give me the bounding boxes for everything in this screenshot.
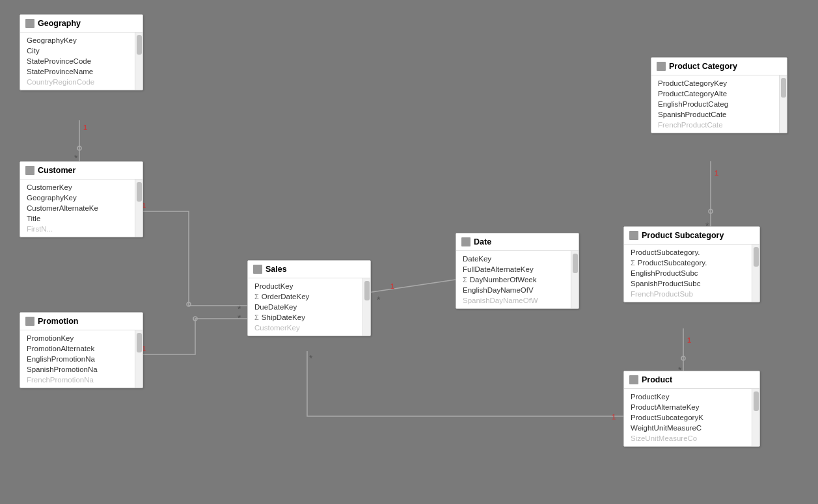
geography-header: Geography <box>20 15 143 33</box>
table-icon <box>629 375 638 384</box>
promotion-title: Promotion <box>38 317 79 326</box>
sales-header: Sales <box>248 261 370 278</box>
svg-line-10 <box>368 280 456 293</box>
geography-table: Geography GeographyKey City StateProvinc… <box>20 14 143 90</box>
table-row: EnglishPromotionNa <box>20 354 133 364</box>
svg-point-20 <box>681 356 685 360</box>
product-title: Product <box>642 375 672 384</box>
table-row: ProductKey <box>248 281 361 291</box>
table-row: GeographyKey <box>20 192 133 203</box>
sales-body: ProductKey ΣOrderDateKey DueDateKey ΣShi… <box>248 278 370 336</box>
table-row: CustomerKey <box>20 182 133 192</box>
table-row: SpanishProductCate <box>651 109 778 120</box>
product-category-header: Product Category <box>651 58 787 75</box>
table-row: StateProvinceCode <box>20 56 133 66</box>
table-row: FrenchProductSub <box>624 289 750 299</box>
sales-title: Sales <box>266 265 287 274</box>
product-subcategory-body: ProductSubcategory. ΣProductSubcategory.… <box>624 245 759 302</box>
table-icon <box>461 237 470 246</box>
promotion-table: Promotion PromotionKey PromotionAlternat… <box>20 312 143 388</box>
customer-title: Customer <box>38 166 75 175</box>
table-icon <box>25 317 34 326</box>
table-row: CustomerAlternateKe <box>20 203 133 213</box>
product-table: Product ProductKey ProductAlternateKey P… <box>623 371 760 447</box>
promotion-body: PromotionKey PromotionAlternatek English… <box>20 330 143 388</box>
product-category-table: Product Category ProductCategoryKey Prod… <box>651 57 787 133</box>
svg-point-6 <box>187 302 191 306</box>
table-row: ProductKey <box>624 391 750 402</box>
table-icon <box>25 19 34 28</box>
table-row: EnglishProductSubc <box>624 268 750 278</box>
svg-point-9 <box>193 317 197 321</box>
product-subcategory-title: Product Subcategory <box>642 231 724 240</box>
svg-text:1: 1 <box>390 282 394 290</box>
table-row: FrenchProductCate <box>651 120 778 130</box>
table-row: SizeUnitMeasureCo <box>624 433 750 444</box>
diagram-canvas: 1 * 1 * 1 * 1 * * 1 1 * 1 * G <box>0 0 818 504</box>
table-row: EnglishProductCateg <box>651 99 778 109</box>
table-row: FrenchPromotionNa <box>20 375 133 385</box>
sales-table: Sales ProductKey ΣOrderDateKey DueDateKe… <box>247 260 371 336</box>
table-row: City <box>20 46 133 56</box>
customer-header: Customer <box>20 162 143 179</box>
svg-point-17 <box>709 209 713 213</box>
customer-table: Customer CustomerKey GeographyKey Custom… <box>20 161 143 237</box>
table-row: ΣShipDateKey <box>248 312 361 323</box>
table-row: ProductCategoryKey <box>651 78 778 88</box>
table-row: DueDateKey <box>248 302 361 312</box>
geography-body: GeographyKey City StateProvinceCode Stat… <box>20 33 143 90</box>
table-row: ΣDayNumberOfWeek <box>456 274 569 285</box>
customer-body: CustomerKey GeographyKey CustomerAlterna… <box>20 179 143 237</box>
date-title: Date <box>474 237 491 246</box>
svg-text:*: * <box>309 353 313 364</box>
svg-text:1: 1 <box>715 169 718 177</box>
product-subcategory-header: Product Subcategory <box>624 227 759 245</box>
table-row: SpanishDayNameOfW <box>456 295 569 306</box>
promotion-header: Promotion <box>20 313 143 330</box>
table-row: CountryRegionCode <box>20 77 133 87</box>
table-row: GeographyKey <box>20 35 133 46</box>
table-row: SpanishProductSubc <box>624 278 750 289</box>
date-header: Date <box>456 233 579 251</box>
table-row: ΣOrderDateKey <box>248 291 361 302</box>
product-header: Product <box>624 371 759 389</box>
svg-text:1: 1 <box>687 336 691 344</box>
svg-text:1: 1 <box>83 124 87 131</box>
table-row: PromotionKey <box>20 333 133 343</box>
date-body: DateKey FullDateAlternateKey ΣDayNumberO… <box>456 251 579 308</box>
product-body: ProductKey ProductAlternateKey ProductSu… <box>624 389 759 446</box>
table-row: EnglishDayNameOfV <box>456 285 569 295</box>
product-category-title: Product Category <box>669 62 737 71</box>
svg-text:1: 1 <box>612 413 616 421</box>
svg-text:*: * <box>377 295 381 305</box>
table-row: StateProvinceName <box>20 66 133 77</box>
table-row: SpanishPromotionNa <box>20 364 133 375</box>
table-row: Title <box>20 213 133 224</box>
table-row: DateKey <box>456 254 569 264</box>
table-icon <box>25 166 34 175</box>
table-row: FullDateAlternateKey <box>456 264 569 274</box>
product-subcategory-table: Product Subcategory ProductSubcategory. … <box>623 226 760 302</box>
table-row: ProductCategoryAlte <box>651 88 778 99</box>
table-row: CustomerKey <box>248 323 361 333</box>
product-category-body: ProductCategoryKey ProductCategoryAlte E… <box>651 75 787 133</box>
table-icon <box>657 62 666 71</box>
table-row: PromotionAlternatek <box>20 343 133 354</box>
geography-title: Geography <box>38 19 81 28</box>
table-row: ProductAlternateKey <box>624 402 750 412</box>
table-row: WeightUnitMeasureC <box>624 423 750 433</box>
svg-text:*: * <box>238 313 241 323</box>
table-row: ProductSubcategory. <box>624 247 750 258</box>
svg-point-2 <box>77 146 81 150</box>
table-row: FirstN... <box>20 224 133 234</box>
table-icon <box>629 231 638 240</box>
date-table: Date DateKey FullDateAlternateKey ΣDayNu… <box>456 233 579 309</box>
svg-text:*: * <box>238 304 241 314</box>
table-row: ΣProductSubcategory. <box>624 258 750 268</box>
table-icon <box>253 265 262 274</box>
table-row: ProductSubcategoryK <box>624 412 750 423</box>
